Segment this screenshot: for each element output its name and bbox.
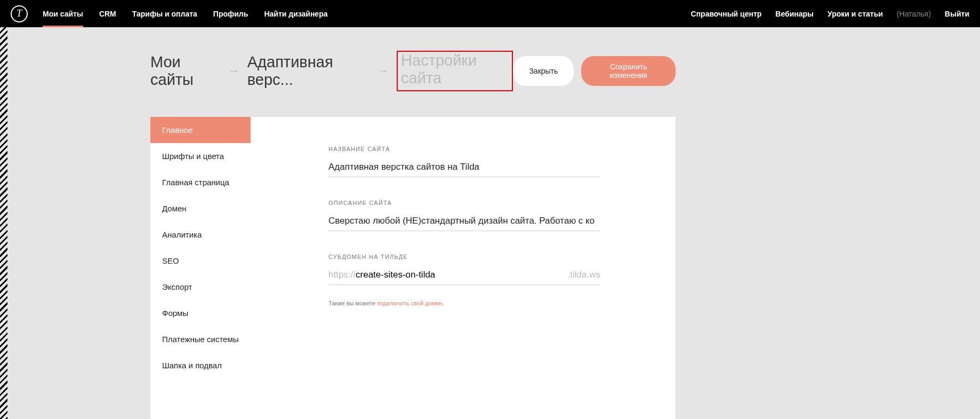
breadcrumb-arrow-icon: → <box>228 64 240 78</box>
subdomain-hint: Также вы можете подключить свой домен. <box>328 300 665 306</box>
site-name-label: НАЗВАНИЕ САЙТА <box>328 146 665 152</box>
breadcrumb-current: Настройки сайта <box>397 51 513 91</box>
sidebar-item-homepage[interactable]: Главная страница <box>150 169 251 195</box>
left-hatch-decoration <box>0 27 7 419</box>
save-button[interactable]: Сохранить изменения <box>581 56 676 86</box>
sidebar-item-payments[interactable]: Платежные системы <box>150 326 251 352</box>
sidebar-item-seo[interactable]: SEO <box>150 248 251 274</box>
sidebar-item-header-footer[interactable]: Шапка и подвал <box>150 352 251 378</box>
action-buttons: Закрыть Сохранить изменения <box>513 56 676 86</box>
content-wrap: Мои сайты → Адаптивная верс... → Настрой… <box>150 27 676 419</box>
site-desc-label: ОПИСАНИЕ САЙТА <box>328 200 665 206</box>
hint-text: Также вы можете <box>328 300 377 306</box>
settings-sidebar: Главное Шрифты и цвета Главная страница … <box>150 117 251 419</box>
logo-icon[interactable]: T <box>11 5 28 22</box>
sidebar-item-main[interactable]: Главное <box>150 117 251 143</box>
nav-my-sites[interactable]: Мои сайты <box>43 2 83 26</box>
site-desc-input[interactable] <box>328 212 600 231</box>
close-button[interactable]: Закрыть <box>513 56 574 86</box>
settings-main: НАЗВАНИЕ САЙТА ОПИСАНИЕ САЙТА СУБДОМЕН Н… <box>251 117 676 419</box>
field-subdomain: СУБДОМЕН НА ТИЛЬДЕ https:// .tilda.ws Та… <box>328 254 665 306</box>
nav-help-center[interactable]: Справочный центр <box>691 2 762 26</box>
sidebar-item-export[interactable]: Экспорт <box>150 274 251 300</box>
breadcrumb-row: Мои сайты → Адаптивная верс... → Настрой… <box>150 51 676 91</box>
topnav-left-group: Мои сайты CRM Тарифы и оплата Профиль На… <box>43 2 327 26</box>
subdomain-input[interactable] <box>356 266 568 281</box>
user-name: (Наталья) <box>897 10 931 18</box>
topnav-right-group: Справочный центр Вебинары Уроки и статьи… <box>691 2 969 26</box>
sidebar-item-forms[interactable]: Формы <box>150 300 251 326</box>
subdomain-label: СУБДОМЕН НА ТИЛЬДЕ <box>328 254 665 260</box>
nav-find-designer[interactable]: Найти дизайнера <box>264 2 327 26</box>
settings-panel: Главное Шрифты и цвета Главная страница … <box>150 117 676 419</box>
sidebar-item-analytics[interactable]: Аналитика <box>150 222 251 248</box>
field-site-name: НАЗВАНИЕ САЙТА <box>328 146 665 177</box>
breadcrumb: Мои сайты → Адаптивная верс... → Настрой… <box>150 51 513 91</box>
nav-logout[interactable]: Выйти <box>945 2 969 26</box>
breadcrumb-site[interactable]: Адаптивная верс... <box>247 53 370 89</box>
sidebar-item-domain[interactable]: Домен <box>150 195 251 222</box>
subdomain-prefix: https:// <box>328 270 356 280</box>
sidebar-item-fonts[interactable]: Шрифты и цвета <box>150 143 251 169</box>
site-name-input[interactable] <box>328 159 600 177</box>
nav-lessons[interactable]: Уроки и статьи <box>828 2 883 26</box>
nav-profile[interactable]: Профиль <box>213 2 248 26</box>
breadcrumb-arrow-icon: → <box>377 64 389 78</box>
nav-webinars[interactable]: Вебинары <box>775 2 814 26</box>
subdomain-row: https:// .tilda.ws <box>328 266 600 285</box>
field-site-desc: ОПИСАНИЕ САЙТА <box>328 200 665 231</box>
breadcrumb-root[interactable]: Мои сайты <box>150 53 221 89</box>
nav-tariffs[interactable]: Тарифы и оплата <box>132 2 197 26</box>
connect-domain-link[interactable]: подключить свой домен. <box>377 300 444 306</box>
nav-crm[interactable]: CRM <box>99 2 116 26</box>
subdomain-suffix: .tilda.ws <box>568 270 600 280</box>
top-navigation: T Мои сайты CRM Тарифы и оплата Профиль … <box>0 0 980 27</box>
